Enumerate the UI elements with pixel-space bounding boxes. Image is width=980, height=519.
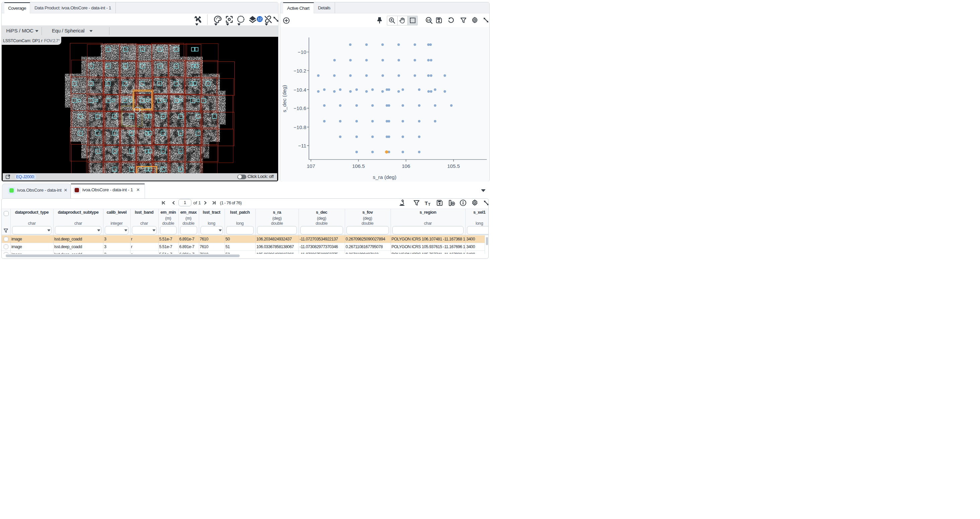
- svg-text:−10.2: −10.2: [294, 68, 306, 73]
- svg-text:s_dec (deg): s_dec (deg): [282, 85, 287, 113]
- svg-text:T: T: [428, 202, 430, 206]
- svg-text:107: 107: [307, 163, 315, 169]
- svg-text:−11: −11: [298, 143, 306, 149]
- svg-text:T: T: [425, 200, 428, 206]
- svg-text:105.5: 105.5: [447, 163, 460, 169]
- svg-text:−10: −10: [298, 49, 306, 55]
- svg-text:106.5: 106.5: [352, 163, 365, 169]
- svg-text:s_ra (deg): s_ra (deg): [373, 174, 397, 180]
- svg-text:−10.6: −10.6: [294, 105, 306, 111]
- svg-text:1X: 1X: [426, 18, 430, 21]
- svg-text:106: 106: [402, 163, 410, 169]
- svg-text:−10.4: −10.4: [294, 87, 306, 93]
- svg-text:−10.8: −10.8: [294, 124, 306, 130]
